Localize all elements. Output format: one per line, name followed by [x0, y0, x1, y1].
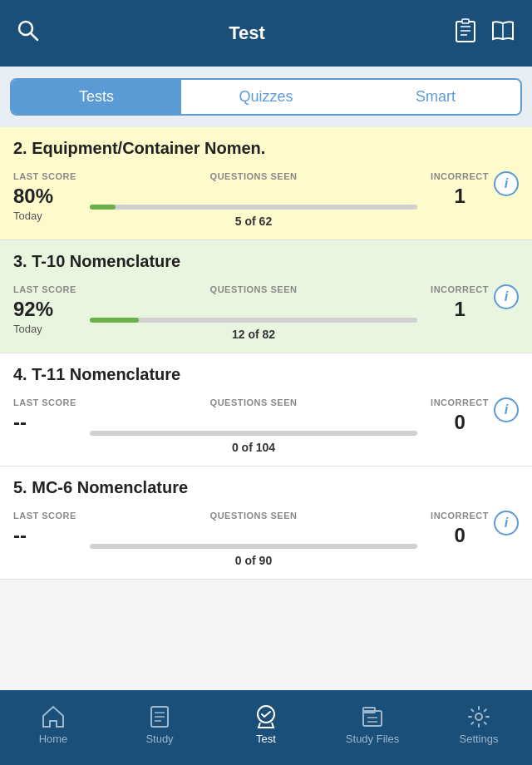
nav-label-home: Home	[39, 733, 68, 745]
files-icon	[360, 704, 385, 729]
info-button[interactable]: i	[494, 284, 519, 309]
incorrect-block: INCORRECT 0	[431, 511, 489, 547]
questions-seen-block: QUESTIONS SEEN 0 of 104	[90, 397, 417, 454]
progress-bar-container	[90, 431, 417, 436]
progress-bar-container	[90, 205, 417, 210]
tab-quizzes[interactable]: Quizzes	[181, 80, 351, 114]
nav-item-study-files[interactable]: Study Files	[331, 704, 414, 745]
svg-rect-6	[462, 19, 469, 23]
nav-label-test: Test	[256, 733, 276, 745]
tabs-container: Tests Quizzes Smart	[0, 67, 532, 127]
tab-tests[interactable]: Tests	[12, 80, 181, 114]
incorrect-block: INCORRECT 1	[431, 171, 489, 208]
last-score-block: LAST SCORE 92% Today	[13, 284, 76, 335]
nav-item-home[interactable]: Home	[12, 704, 95, 745]
tab-smart[interactable]: Smart	[351, 80, 520, 114]
study-icon	[147, 704, 172, 729]
test-item[interactable]: 4. T-11 Nomenclature LAST SCORE -- QUEST…	[0, 353, 532, 466]
info-button[interactable]: i	[494, 397, 519, 422]
questions-seen-block: QUESTIONS SEEN 5 of 62	[90, 171, 417, 228]
svg-line-1	[31, 33, 37, 40]
info-button[interactable]: i	[494, 511, 519, 536]
test-item-title: 4. T-11 Nomenclature	[13, 365, 519, 384]
stats-row: LAST SCORE 92% Today QUESTIONS SEEN 12 o…	[13, 284, 519, 341]
notepad-icon[interactable]	[454, 18, 477, 49]
progress-bar-container	[90, 544, 417, 549]
search-icon[interactable]	[17, 19, 40, 48]
progress-bar-fill	[90, 318, 139, 323]
progress-bar-fill	[90, 205, 116, 210]
tabs: Tests Quizzes Smart	[10, 78, 522, 116]
gear-icon	[466, 704, 491, 729]
nav-label-study: Study	[145, 733, 173, 745]
last-score-block: LAST SCORE --	[13, 397, 76, 436]
stats-row: LAST SCORE 80% Today QUESTIONS SEEN 5 of…	[13, 171, 519, 228]
stats-row: LAST SCORE -- QUESTIONS SEEN 0 of 90 INC…	[13, 511, 519, 567]
page-title: Test	[229, 22, 265, 44]
svg-rect-2	[456, 22, 475, 42]
bottom-nav: Home Study Test Study Files	[0, 690, 532, 765]
last-score-block: LAST SCORE 80% Today	[13, 171, 76, 222]
incorrect-block: INCORRECT 1	[431, 284, 489, 321]
test-icon	[254, 704, 278, 729]
test-item[interactable]: 3. T-10 Nomenclature LAST SCORE 92% Toda…	[0, 240, 532, 353]
test-item-title: 2. Equipment/Container Nomen.	[13, 139, 519, 158]
book-icon[interactable]	[490, 19, 515, 48]
nav-item-study[interactable]: Study	[118, 704, 201, 745]
app-header: Test	[0, 0, 532, 67]
questions-seen-block: QUESTIONS SEEN 12 of 82	[90, 284, 417, 341]
stats-row: LAST SCORE -- QUESTIONS SEEN 0 of 104 IN…	[13, 397, 519, 454]
test-item[interactable]: 5. MC-6 Nomenclature LAST SCORE -- QUEST…	[0, 466, 532, 580]
nav-label-study-files: Study Files	[346, 733, 399, 745]
test-item-title: 5. MC-6 Nomenclature	[13, 478, 519, 497]
nav-label-settings: Settings	[460, 733, 499, 745]
test-item[interactable]: 2. Equipment/Container Nomen. LAST SCORE…	[0, 127, 532, 240]
nav-item-test[interactable]: Test	[224, 704, 308, 745]
header-actions	[454, 18, 515, 49]
questions-seen-block: QUESTIONS SEEN 0 of 90	[90, 511, 417, 567]
incorrect-block: INCORRECT 0	[431, 397, 489, 434]
progress-bar-container	[90, 318, 417, 323]
home-icon	[41, 704, 66, 729]
content-area: 2. Equipment/Container Nomen. LAST SCORE…	[0, 127, 532, 734]
info-button[interactable]: i	[494, 171, 519, 196]
svg-point-17	[475, 713, 482, 720]
last-score-block: LAST SCORE --	[13, 511, 76, 549]
test-item-title: 3. T-10 Nomenclature	[13, 252, 519, 271]
nav-item-settings[interactable]: Settings	[437, 704, 520, 745]
